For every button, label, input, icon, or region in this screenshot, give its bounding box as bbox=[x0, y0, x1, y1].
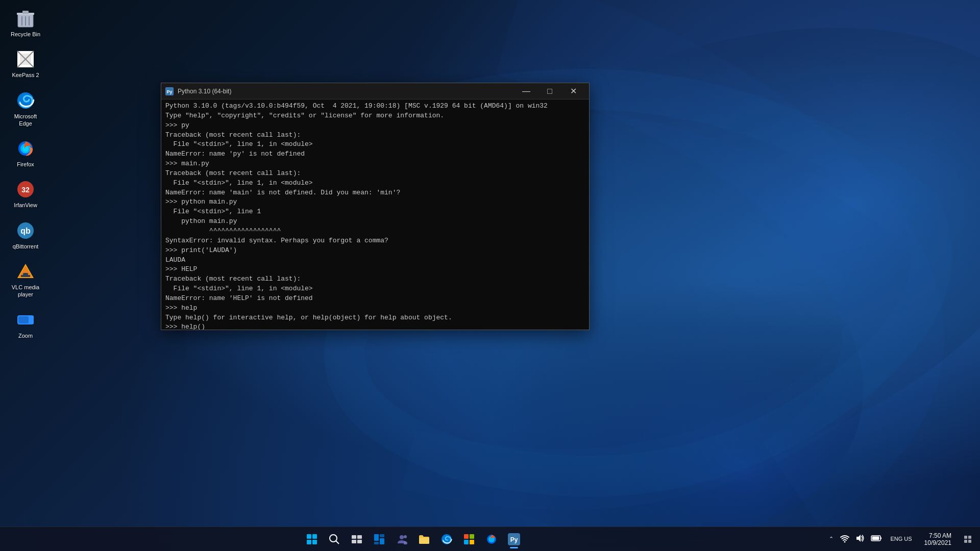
desktop-icon-qbittorrent[interactable]: qb qBittorrent bbox=[5, 217, 46, 253]
volume-tray-icon[interactable] bbox=[853, 532, 867, 546]
qbittorrent-label: qBittorrent bbox=[13, 243, 39, 250]
maximize-button[interactable]: □ bbox=[538, 83, 561, 99]
terminal-line: >>> main.py bbox=[165, 159, 585, 169]
svg-rect-42 bbox=[380, 538, 384, 544]
notification-button[interactable] bbox=[960, 527, 976, 552]
terminal-line: SyntaxError: invalid syntax. Perhaps you… bbox=[165, 236, 585, 246]
svg-rect-36 bbox=[357, 535, 362, 539]
python-taskbar-button[interactable]: Py bbox=[504, 529, 524, 549]
svg-rect-61 bbox=[968, 536, 971, 539]
terminal-line: >>> py bbox=[165, 121, 585, 131]
minimize-button[interactable]: — bbox=[514, 83, 538, 99]
irfanview-icon: 32 bbox=[15, 179, 36, 199]
irfanview-label: IrfanView bbox=[14, 202, 37, 209]
svg-rect-29 bbox=[307, 534, 311, 539]
keepass2-icon bbox=[15, 49, 36, 69]
svg-rect-58 bbox=[880, 537, 881, 539]
file-explorer-button[interactable] bbox=[414, 529, 434, 549]
terminal-content[interactable]: Python 3.10.0 (tags/v3.10.0:b494f59, Oct… bbox=[161, 99, 589, 330]
taskbar-right: ⌃ bbox=[826, 527, 980, 552]
svg-text:32: 32 bbox=[21, 186, 30, 194]
clock-date: 10/9/2021 bbox=[924, 539, 951, 546]
desktop-icon-firefox[interactable]: Firefox bbox=[5, 135, 46, 171]
battery-tray-icon[interactable] bbox=[869, 533, 884, 545]
ms-store-button[interactable] bbox=[459, 529, 479, 549]
task-view-button[interactable] bbox=[347, 529, 367, 549]
terminal-title: Python 3.10 (64-bit) bbox=[178, 88, 514, 95]
lang-label: ENG US bbox=[890, 536, 912, 542]
close-button[interactable]: ✕ bbox=[561, 83, 585, 99]
svg-rect-40 bbox=[380, 534, 384, 537]
svg-point-44 bbox=[404, 535, 407, 538]
terminal-line: >>> help() bbox=[165, 322, 585, 330]
wifi-tray-icon[interactable] bbox=[838, 532, 851, 546]
terminal-line: ^^^^^^^^^^^^^^^^^^ bbox=[165, 227, 585, 236]
svg-text:Py: Py bbox=[166, 89, 172, 94]
taskbar: Py ⌃ bbox=[0, 527, 980, 551]
clock-time: 7:50 AM bbox=[929, 532, 951, 539]
svg-line-34 bbox=[336, 541, 339, 544]
svg-rect-4 bbox=[22, 11, 29, 14]
widgets-button[interactable] bbox=[369, 529, 389, 549]
svg-rect-60 bbox=[964, 536, 967, 539]
start-button[interactable] bbox=[302, 529, 322, 549]
recycle-bin-label: Recycle Bin bbox=[11, 31, 40, 38]
edge-label: Microsoft Edge bbox=[8, 113, 43, 128]
desktop-icon-irfanview[interactable]: 32 IrfanView bbox=[5, 176, 46, 212]
terminal-line: Traceback (most recent call last): bbox=[165, 169, 585, 179]
svg-text:qb: qb bbox=[20, 227, 31, 235]
language-indicator[interactable]: ENG US bbox=[886, 536, 916, 542]
vlc-icon bbox=[15, 261, 36, 282]
show-hidden-icons-button[interactable]: ⌃ bbox=[826, 529, 836, 549]
svg-rect-57 bbox=[872, 537, 879, 540]
terminal-window: Py Python 3.10 (64-bit) — □ ✕ Python 3.1… bbox=[161, 83, 590, 330]
svg-marker-55 bbox=[856, 535, 861, 542]
terminal-line: Type help() for interactive help, or hel… bbox=[165, 313, 585, 323]
firefox-taskbar-button[interactable] bbox=[481, 529, 502, 549]
desktop-icon-vlc[interactable]: VLC media player bbox=[5, 258, 46, 302]
recycle-bin-icon bbox=[15, 8, 36, 29]
terminal-line: LAUDA bbox=[165, 256, 585, 265]
zoom-label: Zoom bbox=[18, 332, 33, 339]
edge-taskbar-button[interactable] bbox=[436, 529, 457, 549]
search-button[interactable] bbox=[324, 529, 345, 549]
terminal-titlebar: Py Python 3.10 (64-bit) — □ ✕ bbox=[161, 83, 589, 99]
vlc-label: VLC media player bbox=[8, 284, 43, 298]
clock-area[interactable]: 7:50 AM 10/9/2021 bbox=[918, 532, 958, 546]
terminal-line: NameError: name 'py' is not defined bbox=[165, 149, 585, 159]
terminal-line: Traceback (most recent call last): bbox=[165, 274, 585, 284]
terminal-line: >>> HELP bbox=[165, 265, 585, 274]
svg-rect-63 bbox=[968, 540, 971, 543]
svg-point-33 bbox=[330, 535, 337, 542]
terminal-line: >>> help bbox=[165, 304, 585, 313]
svg-rect-41 bbox=[374, 542, 379, 544]
terminal-line: Traceback (most recent call last): bbox=[165, 131, 585, 140]
desktop-icon-recycle-bin[interactable]: Recycle Bin bbox=[5, 5, 46, 41]
terminal-line: File "<stdin>", line 1, in <module> bbox=[165, 284, 585, 294]
svg-rect-49 bbox=[470, 540, 474, 544]
svg-rect-62 bbox=[964, 540, 967, 543]
svg-rect-31 bbox=[307, 540, 311, 544]
teams-button[interactable] bbox=[391, 529, 412, 549]
desktop-icon-keepass2[interactable]: KeePass 2 bbox=[5, 46, 46, 82]
terminal-line: File "<stdin>", line 1 bbox=[165, 207, 585, 217]
terminal-line: >>> print('LAUDA') bbox=[165, 246, 585, 256]
terminal-line: File "<stdin>", line 1, in <module> bbox=[165, 140, 585, 149]
terminal-line: python main.py bbox=[165, 217, 585, 227]
svg-point-43 bbox=[400, 535, 404, 539]
desktop-icon-edge[interactable]: Microsoft Edge bbox=[5, 87, 46, 131]
zoom-icon bbox=[15, 310, 36, 330]
svg-rect-39 bbox=[374, 534, 379, 541]
terminal-line: Python 3.10.0 (tags/v3.10.0:b494f59, Oct… bbox=[165, 102, 585, 111]
svg-rect-48 bbox=[464, 540, 469, 544]
svg-point-54 bbox=[844, 541, 846, 543]
firefox-icon bbox=[15, 138, 36, 159]
terminal-line: NameError: name 'HELP' is not defined bbox=[165, 294, 585, 304]
desktop-icon-zoom[interactable]: Zoom bbox=[5, 307, 46, 342]
svg-rect-47 bbox=[470, 534, 474, 539]
desktop-icons-container: Recycle Bin KeePass 2 Mic bbox=[5, 5, 46, 342]
svg-rect-37 bbox=[352, 540, 356, 543]
svg-rect-23 bbox=[21, 275, 30, 277]
qbittorrent-icon: qb bbox=[15, 220, 36, 241]
firefox-label: Firefox bbox=[17, 161, 34, 168]
